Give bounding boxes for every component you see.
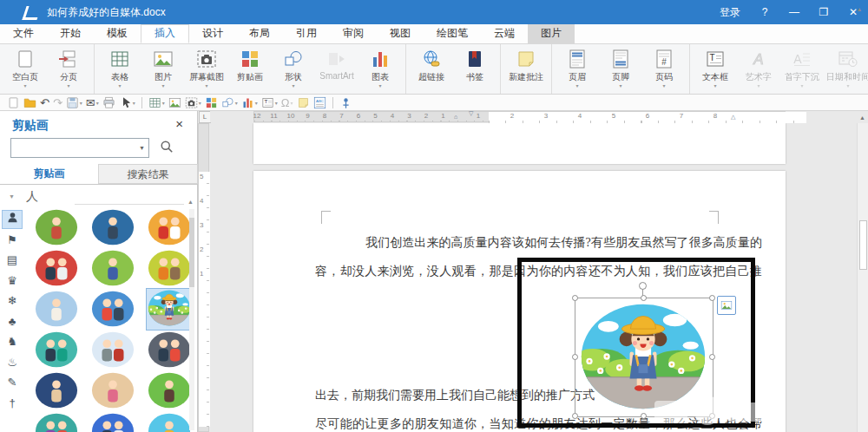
right_indent-marker[interactable]: △	[731, 114, 735, 121]
clip-art-button[interactable]: 剪贴画	[228, 46, 272, 84]
rotation-handle[interactable]	[639, 282, 647, 290]
resize-handle[interactable]	[572, 354, 578, 360]
collapse-ribbon-icon[interactable]: ▴	[858, 5, 861, 13]
insert-symbol-button[interactable]: Ω▾	[281, 95, 293, 110]
menu-tab-模板[interactable]: 模板	[94, 24, 141, 43]
close-button[interactable]: ✕	[838, 0, 868, 24]
page-break-button[interactable]: 分页▾	[47, 46, 90, 89]
clipart-item[interactable]	[91, 249, 135, 287]
page-number-button[interactable]: #页码▾	[642, 46, 686, 89]
screenshot-button[interactable]: 屏幕截图▾	[185, 46, 228, 89]
clipart-item[interactable]	[91, 331, 135, 369]
clipart-item[interactable]	[91, 371, 135, 409]
new-document-button[interactable]	[7, 95, 20, 110]
panel-scrollbar[interactable]	[189, 209, 194, 430]
menu-tab-图片[interactable]: 图片	[528, 24, 575, 43]
category-religion[interactable]: †	[2, 394, 23, 413]
panel-tab-剪贴画[interactable]: 剪贴画	[0, 164, 98, 184]
select-tool-button[interactable]: ▾	[119, 95, 135, 110]
first_line-marker[interactable]: ▽	[469, 110, 473, 117]
clipart-search-input[interactable]: ▼	[10, 138, 149, 158]
category-draw[interactable]: ✎	[2, 373, 23, 392]
help-button[interactable]: ?	[750, 0, 779, 24]
menu-tab-绘图笔[interactable]: 绘图笔	[424, 24, 481, 43]
category-collapse-icon[interactable]: ▼	[9, 193, 15, 200]
resize-handle[interactable]	[572, 413, 578, 419]
clipart-item[interactable]	[148, 412, 191, 432]
send-email-button[interactable]: ✉▾	[86, 95, 99, 110]
text-box-button[interactable]: T文本框▾	[694, 46, 737, 89]
scrollbar-thumb[interactable]	[859, 220, 867, 270]
clipart-item[interactable]	[148, 371, 191, 409]
category-animal[interactable]: ♞	[2, 332, 23, 351]
screenshot-button[interactable]: ▾	[185, 95, 201, 110]
clipart-item[interactable]	[148, 208, 191, 246]
insert-picture-button[interactable]: 图片▾	[141, 46, 185, 89]
panel-scroll-up-icon[interactable]: ▲	[187, 199, 194, 205]
search-dropdown-icon[interactable]: ▼	[139, 145, 145, 151]
hyperlink-button[interactable]: 超链接	[410, 46, 453, 84]
category-food[interactable]: ♨	[2, 353, 23, 372]
menu-tab-插入[interactable]: 插入	[141, 24, 189, 43]
left_indent-marker[interactable]: ⌂	[454, 114, 457, 120]
insert-table-button[interactable]: ▾	[148, 95, 165, 110]
clipart-item[interactable]	[35, 249, 78, 287]
menu-tab-审阅[interactable]: 审阅	[330, 24, 377, 43]
maximize-button[interactable]: ❐	[809, 0, 838, 24]
page-header-button[interactable]: 页眉▾	[556, 46, 599, 89]
clipart-item[interactable]	[35, 290, 78, 328]
clipart-item[interactable]	[148, 249, 191, 287]
clipart-item[interactable]	[91, 412, 135, 432]
menu-tab-开始[interactable]: 开始	[47, 24, 94, 43]
category-people[interactable]	[2, 210, 23, 229]
category-education[interactable]: ⚑	[2, 231, 23, 250]
menu-tab-视图[interactable]: 视图	[377, 24, 424, 43]
menu-tab-文件[interactable]: 文件	[0, 24, 47, 43]
category-crown[interactable]: ♛	[2, 272, 23, 291]
category-business[interactable]: ▤	[2, 251, 23, 270]
resize-handle[interactable]	[709, 354, 715, 360]
document-canvas[interactable]: 我们创造出来的高质量内容该如何去传播?有些朋友虽然写了很多高质量的内容，却没人来…	[198, 123, 857, 432]
scroll-up-icon[interactable]: ▲	[859, 115, 865, 121]
resize-handle[interactable]	[641, 413, 647, 419]
resize-handle[interactable]	[709, 413, 715, 419]
chart-button[interactable]: 图表▾	[358, 46, 402, 89]
resize-handle[interactable]	[572, 295, 578, 301]
menu-tab-引用[interactable]: 引用	[283, 24, 330, 43]
blank-page-button[interactable]: 空白页▾	[3, 46, 47, 89]
panel-tab-搜索结果[interactable]: 搜索结果	[98, 164, 198, 184]
clipart-item[interactable]	[91, 208, 135, 246]
category-plant[interactable]: ♣	[2, 312, 23, 331]
resize-handle[interactable]	[641, 295, 647, 301]
menu-tab-设计[interactable]: 设计	[189, 24, 236, 43]
panel-close-icon[interactable]: ×	[175, 116, 183, 131]
search-icon[interactable]	[160, 140, 175, 159]
bookmark-button[interactable]: 书签	[453, 46, 496, 84]
clipart-item[interactable]	[148, 331, 191, 369]
new-comment-button[interactable]: 新建批注	[504, 46, 548, 84]
redo-button[interactable]: ↷	[53, 95, 62, 110]
clipart-item[interactable]	[35, 331, 78, 369]
clipart-item[interactable]	[35, 371, 78, 409]
menu-tab-云端[interactable]: 云端	[481, 24, 528, 43]
category-season[interactable]: ❄	[2, 291, 23, 311]
clipart-item[interactable]	[91, 290, 135, 328]
layout-options-button[interactable]	[717, 296, 736, 315]
resize-handle[interactable]	[709, 295, 715, 301]
page-footer-button[interactable]: 页脚▾	[599, 46, 642, 89]
insert-picture-button[interactable]	[168, 95, 181, 110]
clip-art-button[interactable]	[205, 95, 218, 110]
insert-textbox-button[interactable]: T▾	[261, 95, 278, 110]
insert-shapes-button[interactable]: ▾	[221, 95, 238, 110]
shapes-button[interactable]: 形状▾	[272, 46, 315, 89]
minimize-button[interactable]: —	[779, 0, 809, 24]
menu-tab-布局[interactable]: 布局	[236, 24, 283, 43]
comment-note-button[interactable]	[297, 95, 310, 110]
category-header[interactable]: ▼ 人	[0, 187, 198, 207]
login-button[interactable]: 登录	[710, 0, 750, 24]
pin-toolbar-button[interactable]	[339, 95, 352, 110]
open-file-button[interactable]	[23, 95, 36, 110]
phonetic-guide-button[interactable]: ABC	[313, 95, 326, 110]
clipart-item-girl-selected[interactable]	[148, 290, 191, 328]
insert-table-button[interactable]: 表格▾	[98, 46, 141, 89]
